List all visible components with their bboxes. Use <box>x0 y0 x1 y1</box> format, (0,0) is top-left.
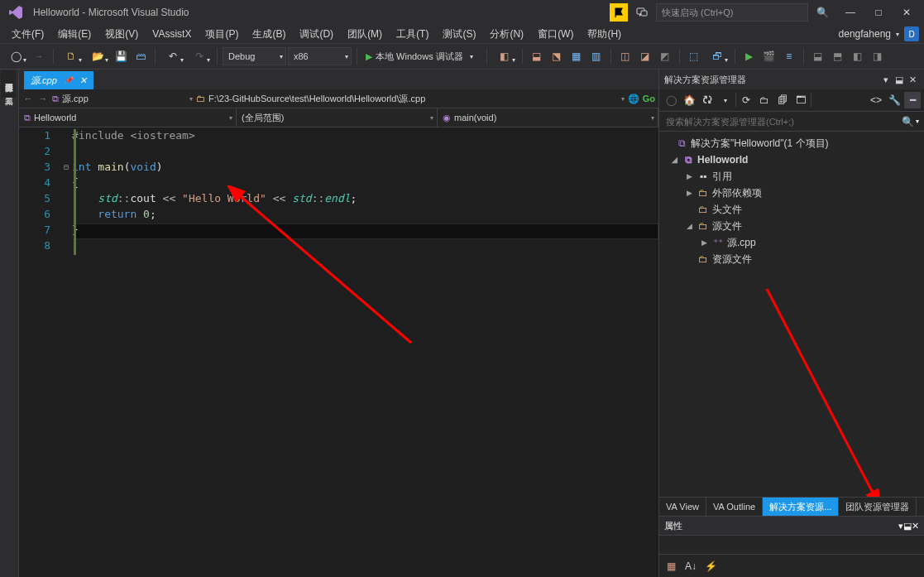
menu-view[interactable]: 视图(V) <box>98 25 145 44</box>
search-icon[interactable]: 🔍 <box>813 3 831 22</box>
menu-edit[interactable]: 编辑(E) <box>51 25 98 44</box>
tb-icon-15[interactable]: ◧ <box>849 47 867 65</box>
code-line[interactable]: return 0; <box>72 208 658 224</box>
collapse-icon[interactable]: ⟳ <box>738 92 754 108</box>
menu-file[interactable]: 文件(F) <box>5 25 50 44</box>
prop-close-icon[interactable]: ✕ <box>912 521 919 531</box>
tb-run-icon[interactable]: ▶ <box>740 47 759 65</box>
close-button[interactable]: ✕ <box>893 4 921 21</box>
solution-search[interactable]: 🔍▾ <box>659 112 924 132</box>
tree-solution[interactable]: ⧉解决方案"Helloworld"(1 个项目) <box>659 135 924 151</box>
filter-icon[interactable]: ━ <box>904 92 921 108</box>
tb-icon-14[interactable]: ⬒ <box>829 47 847 65</box>
tb-icon-12[interactable]: ≡ <box>780 47 798 65</box>
new-project-button[interactable]: 🗋 <box>59 47 84 65</box>
wrench-icon[interactable]: 🔧 <box>886 92 902 108</box>
tab-close-icon[interactable]: ✕ <box>79 75 87 86</box>
undo-button[interactable]: ↶ <box>160 47 185 65</box>
code-line[interactable] <box>72 239 658 255</box>
go-button[interactable]: Go <box>643 94 655 103</box>
tree-external[interactable]: ▶🗀外部依赖项 <box>659 185 924 201</box>
fold-column[interactable]: ⊟ <box>60 127 72 577</box>
start-debug-button[interactable]: ▶ 本地 Windows 调试器 ▾ <box>362 48 481 65</box>
solution-search-input[interactable] <box>664 116 902 127</box>
user-menu[interactable]: dengfaheng ▾ D <box>839 25 924 43</box>
save-button[interactable]: 💾 <box>112 47 130 65</box>
tb-icon-16[interactable]: ◨ <box>869 47 887 65</box>
tree-source-file[interactable]: ▶⁺⁺源.cpp <box>659 234 924 251</box>
tree-references[interactable]: ▶▪▪引用 <box>659 168 924 185</box>
tb-icon-5[interactable]: ▥ <box>587 47 606 65</box>
code-line[interactable]: int main(void) <box>72 161 658 176</box>
tab-solution-explorer[interactable]: 解决方案资源... <box>763 498 839 516</box>
show-all-icon[interactable]: 🗀 <box>756 92 773 108</box>
nav-fwd-button[interactable]: → <box>30 47 48 65</box>
nav-back-button[interactable]: ◯ <box>3 47 28 65</box>
tb-icon-4[interactable]: ▦ <box>567 47 586 65</box>
menu-build[interactable]: 生成(B) <box>246 25 292 44</box>
toolbox-tab[interactable]: 工具箱 <box>1 84 16 98</box>
tree-project[interactable]: ◢⧉Helloworld <box>659 151 924 168</box>
code-line[interactable] <box>72 145 658 161</box>
menu-project[interactable]: 项目(P) <box>199 25 245 44</box>
categorize-icon[interactable]: ▦ <box>663 558 679 575</box>
menu-window[interactable]: 窗口(W) <box>531 25 580 44</box>
member-scope[interactable]: ◉main(void) <box>438 108 658 127</box>
menu-test[interactable]: 测试(S) <box>436 25 482 44</box>
tab-team-explorer[interactable]: 团队资源管理器 <box>839 498 917 516</box>
menu-help[interactable]: 帮助(H) <box>581 25 628 44</box>
server-explorer-tab[interactable]: 服务器资源管理器 <box>1 70 16 84</box>
tb-icon-2[interactable]: ⬓ <box>528 47 546 65</box>
open-file-button[interactable]: 📂 <box>85 47 110 65</box>
nav-right-icon[interactable]: → <box>37 94 49 103</box>
tb-icon-6[interactable]: ◫ <box>616 47 634 65</box>
platform-dropdown[interactable]: x86 <box>288 47 352 65</box>
solution-tree[interactable]: ⧉解决方案"Helloworld"(1 个项目) ◢⧉Helloworld ▶▪… <box>659 132 924 497</box>
code-line[interactable]: std::cout << "Hello World" << std::endl; <box>72 192 658 208</box>
menu-analyze[interactable]: 分析(N) <box>483 25 530 44</box>
props-icon[interactable]: 🗔 <box>792 92 809 108</box>
notification-flag-icon[interactable] <box>610 3 628 22</box>
code-line[interactable]: #include <iostream> <box>72 129 658 145</box>
menu-vassistx[interactable]: VAssistX <box>146 26 198 42</box>
home-icon[interactable]: 🏠 <box>681 92 697 108</box>
code-icon[interactable]: <> <box>868 92 884 108</box>
quick-launch-input[interactable]: 快速启动 (Ctrl+Q) <box>656 3 808 22</box>
class-scope[interactable]: (全局范围) <box>237 108 438 127</box>
project-scope[interactable]: ⧉Helloworld <box>19 108 237 127</box>
refresh-icon[interactable]: 🗐 <box>774 92 791 108</box>
menu-debug[interactable]: 调试(D) <box>293 25 340 44</box>
config-dropdown[interactable]: Debug <box>223 47 286 65</box>
globe-icon[interactable]: 🌐 <box>628 94 639 104</box>
tab-va-view[interactable]: VA View <box>659 498 706 516</box>
sync-icon[interactable]: 🗘 <box>699 92 716 108</box>
tb-icon-13[interactable]: ⬓ <box>809 47 827 65</box>
feedback-icon[interactable] <box>633 3 651 22</box>
prop-pin-icon[interactable]: ⬓ <box>903 521 912 531</box>
tb-icon-9[interactable]: ⬚ <box>685 47 703 65</box>
minimize-button[interactable]: — <box>836 4 864 21</box>
document-tab[interactable]: 源.cpp 📌 ✕ <box>24 71 93 89</box>
tb-icon-8[interactable]: ◩ <box>656 47 674 65</box>
search-icon[interactable]: 🔍 <box>902 116 914 127</box>
pin-icon[interactable]: 📌 <box>64 76 73 84</box>
fold-toggle-icon[interactable]: ⊟ <box>60 159 72 175</box>
code-editor[interactable]: 12345678 ⊟ #include <iostream> int main(… <box>19 127 658 577</box>
tb-icon-3[interactable]: ⬔ <box>548 47 566 65</box>
sort-icon[interactable]: A↓ <box>682 558 699 575</box>
tb-icon-11[interactable]: 🎬 <box>760 47 778 65</box>
tree-resources[interactable]: 🗀资源文件 <box>659 251 924 267</box>
tb-icon-1[interactable]: ◧ <box>492 47 517 65</box>
file-path[interactable]: 🗀 F:\23-GitHubSource\test\Helloworld\Hel… <box>196 93 625 105</box>
tab-va-outline[interactable]: VA Outline <box>706 498 763 516</box>
nav-left-icon[interactable]: ← <box>22 94 34 103</box>
events-icon[interactable]: ⚡ <box>702 558 719 575</box>
back-icon[interactable]: ◯ <box>663 92 679 108</box>
code-line[interactable]: { <box>72 176 658 192</box>
tree-sources[interactable]: ◢🗀源文件 <box>659 218 924 234</box>
code-line[interactable]: } <box>72 224 658 239</box>
panel-menu-icon[interactable]: ▾ <box>879 75 893 85</box>
panel-close-icon[interactable]: ✕ <box>906 75 919 85</box>
maximize-button[interactable]: □ <box>864 4 893 21</box>
save-all-button[interactable]: 🗃 <box>132 47 150 65</box>
